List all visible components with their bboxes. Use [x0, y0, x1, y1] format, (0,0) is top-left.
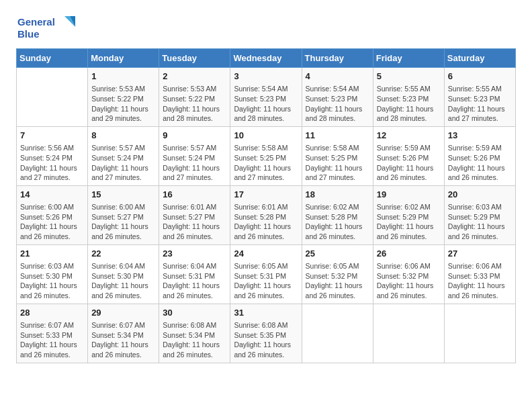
- calendar-cell: [444, 304, 515, 363]
- calendar-week-1: 1Sunrise: 5:53 AM Sunset: 5:22 PM Daylig…: [17, 68, 516, 127]
- calendar-cell: 28Sunrise: 6:07 AM Sunset: 5:33 PM Dayli…: [17, 304, 88, 363]
- calendar-cell: 30Sunrise: 6:08 AM Sunset: 5:34 PM Dayli…: [159, 304, 230, 363]
- calendar-cell: 6Sunrise: 5:55 AM Sunset: 5:23 PM Daylig…: [444, 68, 515, 127]
- day-info: Sunrise: 5:57 AM Sunset: 5:24 PM Dayligh…: [163, 143, 226, 183]
- day-number: 8: [91, 130, 155, 142]
- day-number: 11: [306, 130, 369, 142]
- day-number: 2: [163, 71, 226, 83]
- day-info: Sunrise: 6:04 AM Sunset: 5:30 PM Dayligh…: [91, 261, 155, 301]
- day-info: Sunrise: 5:54 AM Sunset: 5:23 PM Dayligh…: [234, 84, 298, 124]
- calendar-cell: 10Sunrise: 5:58 AM Sunset: 5:25 PM Dayli…: [230, 126, 302, 185]
- day-info: Sunrise: 6:03 AM Sunset: 5:29 PM Dayligh…: [448, 202, 512, 242]
- day-number: 1: [91, 71, 155, 83]
- col-header-wednesday: Wednesday: [230, 49, 302, 68]
- day-info: Sunrise: 6:06 AM Sunset: 5:32 PM Dayligh…: [377, 261, 441, 301]
- day-info: Sunrise: 5:59 AM Sunset: 5:26 PM Dayligh…: [377, 143, 441, 183]
- day-number: 4: [306, 71, 369, 83]
- calendar-cell: 20Sunrise: 6:03 AM Sunset: 5:29 PM Dayli…: [444, 185, 515, 244]
- day-info: Sunrise: 6:01 AM Sunset: 5:27 PM Dayligh…: [163, 202, 226, 242]
- col-header-monday: Monday: [88, 49, 159, 68]
- calendar-cell: 11Sunrise: 5:58 AM Sunset: 5:25 PM Dayli…: [302, 126, 373, 185]
- calendar-cell: 16Sunrise: 6:01 AM Sunset: 5:27 PM Dayli…: [159, 185, 230, 244]
- day-info: Sunrise: 6:07 AM Sunset: 5:33 PM Dayligh…: [20, 320, 84, 360]
- day-info: Sunrise: 6:00 AM Sunset: 5:27 PM Dayligh…: [91, 202, 155, 242]
- day-info: Sunrise: 6:08 AM Sunset: 5:34 PM Dayligh…: [163, 320, 226, 360]
- calendar-cell: 14Sunrise: 6:00 AM Sunset: 5:26 PM Dayli…: [17, 185, 88, 244]
- day-number: 29: [91, 307, 155, 319]
- calendar-cell: 13Sunrise: 5:59 AM Sunset: 5:26 PM Dayli…: [444, 126, 515, 185]
- day-number: 31: [234, 307, 298, 319]
- day-info: Sunrise: 5:57 AM Sunset: 5:24 PM Dayligh…: [91, 143, 155, 183]
- calendar-cell: 21Sunrise: 6:03 AM Sunset: 5:30 PM Dayli…: [17, 244, 88, 304]
- calendar-cell: 23Sunrise: 6:04 AM Sunset: 5:31 PM Dayli…: [159, 244, 230, 304]
- day-number: 5: [377, 71, 441, 83]
- day-number: 28: [20, 307, 84, 319]
- day-info: Sunrise: 6:07 AM Sunset: 5:34 PM Dayligh…: [91, 320, 155, 360]
- calendar-cell: 19Sunrise: 6:02 AM Sunset: 5:29 PM Dayli…: [373, 185, 444, 244]
- col-header-sunday: Sunday: [17, 49, 88, 68]
- day-number: 3: [234, 71, 298, 83]
- calendar-header-row: SundayMondayTuesdayWednesdayThursdayFrid…: [17, 49, 516, 68]
- day-number: 7: [20, 130, 84, 142]
- page-header: General Blue: [16, 13, 516, 42]
- calendar-cell: 26Sunrise: 6:06 AM Sunset: 5:32 PM Dayli…: [373, 244, 444, 304]
- day-number: 10: [234, 130, 298, 142]
- calendar-cell: 7Sunrise: 5:56 AM Sunset: 5:24 PM Daylig…: [17, 126, 88, 185]
- calendar-cell: 1Sunrise: 5:53 AM Sunset: 5:22 PM Daylig…: [88, 68, 159, 127]
- calendar-cell: 15Sunrise: 6:00 AM Sunset: 5:27 PM Dayli…: [88, 185, 159, 244]
- day-number: 21: [20, 248, 84, 260]
- day-number: 13: [448, 130, 512, 142]
- day-info: Sunrise: 6:03 AM Sunset: 5:30 PM Dayligh…: [20, 261, 84, 301]
- col-header-friday: Friday: [373, 49, 444, 68]
- day-number: 27: [448, 248, 512, 260]
- calendar-cell: 22Sunrise: 6:04 AM Sunset: 5:30 PM Dayli…: [88, 244, 159, 304]
- calendar-week-3: 14Sunrise: 6:00 AM Sunset: 5:26 PM Dayli…: [17, 185, 516, 244]
- day-info: Sunrise: 6:05 AM Sunset: 5:31 PM Dayligh…: [234, 261, 298, 301]
- day-number: 17: [234, 189, 298, 201]
- calendar-cell: 8Sunrise: 5:57 AM Sunset: 5:24 PM Daylig…: [88, 126, 159, 185]
- day-info: Sunrise: 6:08 AM Sunset: 5:35 PM Dayligh…: [234, 320, 298, 360]
- day-number: 14: [20, 189, 84, 201]
- calendar-cell: [373, 304, 444, 363]
- day-info: Sunrise: 5:56 AM Sunset: 5:24 PM Dayligh…: [20, 143, 84, 183]
- day-number: 25: [306, 248, 369, 260]
- day-info: Sunrise: 5:59 AM Sunset: 5:26 PM Dayligh…: [448, 143, 512, 183]
- day-info: Sunrise: 5:53 AM Sunset: 5:22 PM Dayligh…: [163, 84, 226, 124]
- col-header-saturday: Saturday: [444, 49, 515, 68]
- calendar-cell: 3Sunrise: 5:54 AM Sunset: 5:23 PM Daylig…: [230, 68, 302, 127]
- calendar-week-5: 28Sunrise: 6:07 AM Sunset: 5:33 PM Dayli…: [17, 304, 516, 363]
- day-number: 30: [163, 307, 226, 319]
- day-number: 16: [163, 189, 226, 201]
- calendar-cell: 4Sunrise: 5:54 AM Sunset: 5:23 PM Daylig…: [302, 68, 373, 127]
- day-info: Sunrise: 6:01 AM Sunset: 5:28 PM Dayligh…: [234, 202, 298, 242]
- day-number: 15: [91, 189, 155, 201]
- day-number: 22: [91, 248, 155, 260]
- calendar-cell: 25Sunrise: 6:05 AM Sunset: 5:32 PM Dayli…: [302, 244, 373, 304]
- day-number: 19: [377, 189, 441, 201]
- calendar-week-4: 21Sunrise: 6:03 AM Sunset: 5:30 PM Dayli…: [17, 244, 516, 304]
- day-info: Sunrise: 6:06 AM Sunset: 5:33 PM Dayligh…: [448, 261, 512, 301]
- calendar-cell: 24Sunrise: 6:05 AM Sunset: 5:31 PM Dayli…: [230, 244, 302, 304]
- day-number: 24: [234, 248, 298, 260]
- logo-svg: General Blue: [16, 13, 77, 42]
- calendar-table: SundayMondayTuesdayWednesdayThursdayFrid…: [16, 48, 516, 363]
- day-info: Sunrise: 5:55 AM Sunset: 5:23 PM Dayligh…: [377, 84, 441, 124]
- day-number: 12: [377, 130, 441, 142]
- logo: General Blue: [16, 13, 77, 42]
- day-number: 23: [163, 248, 226, 260]
- calendar-cell: 18Sunrise: 6:02 AM Sunset: 5:28 PM Dayli…: [302, 185, 373, 244]
- day-info: Sunrise: 6:05 AM Sunset: 5:32 PM Dayligh…: [306, 261, 369, 301]
- day-number: 20: [448, 189, 512, 201]
- calendar-cell: 17Sunrise: 6:01 AM Sunset: 5:28 PM Dayli…: [230, 185, 302, 244]
- calendar-cell: [302, 304, 373, 363]
- svg-text:General: General: [17, 16, 55, 28]
- col-header-thursday: Thursday: [302, 49, 373, 68]
- calendar-cell: 12Sunrise: 5:59 AM Sunset: 5:26 PM Dayli…: [373, 126, 444, 185]
- day-number: 18: [306, 189, 369, 201]
- col-header-tuesday: Tuesday: [159, 49, 230, 68]
- day-info: Sunrise: 5:53 AM Sunset: 5:22 PM Dayligh…: [91, 84, 155, 124]
- calendar-cell: 27Sunrise: 6:06 AM Sunset: 5:33 PM Dayli…: [444, 244, 515, 304]
- calendar-cell: 9Sunrise: 5:57 AM Sunset: 5:24 PM Daylig…: [159, 126, 230, 185]
- calendar-cell: 5Sunrise: 5:55 AM Sunset: 5:23 PM Daylig…: [373, 68, 444, 127]
- day-info: Sunrise: 5:58 AM Sunset: 5:25 PM Dayligh…: [306, 143, 369, 183]
